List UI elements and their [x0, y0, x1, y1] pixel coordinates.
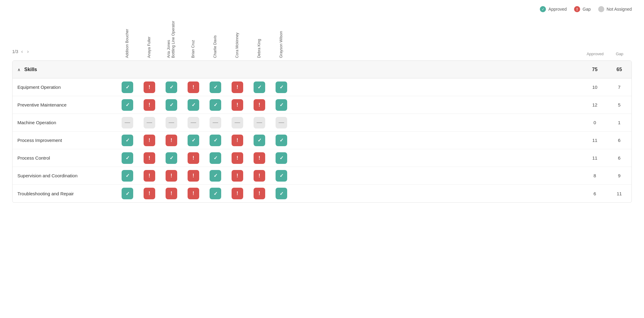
- row-badges-5: ✓!!!✓!!✓: [116, 170, 292, 182]
- badge-gap: !: [188, 81, 199, 93]
- legend-gap: ! Gap: [574, 6, 591, 12]
- badge-approved: ✓: [276, 135, 287, 146]
- badge-not-assigned: —: [144, 117, 155, 128]
- row-summary-3: 116: [583, 138, 631, 143]
- row-badges-0: ✓!✓!✓!✓✓: [116, 81, 292, 93]
- cell-5-1: !: [138, 170, 160, 182]
- badge-gap: !: [232, 135, 243, 146]
- cell-4-7: ✓: [270, 152, 292, 164]
- cell-0-3: !: [182, 81, 204, 93]
- row-summary-1: 125: [583, 102, 631, 107]
- badge-gap: !: [144, 152, 155, 164]
- cell-1-1: !: [138, 99, 160, 111]
- badge-approved: ✓: [210, 99, 221, 111]
- row-label-2: Machine Operation: [13, 120, 116, 125]
- cell-2-1: —: [138, 117, 160, 128]
- cell-1-5: !: [226, 99, 248, 111]
- cell-4-1: !: [138, 152, 160, 164]
- badge-gap: !: [166, 170, 177, 182]
- cell-1-7: ✓: [270, 99, 292, 111]
- row-gap-6: 11: [607, 191, 631, 196]
- row-gap-0: 7: [607, 85, 631, 90]
- cell-1-4: ✓: [204, 99, 226, 111]
- row-summary-0: 107: [583, 85, 631, 90]
- cell-4-4: ✓: [204, 152, 226, 164]
- badge-approved: ✓: [276, 81, 287, 93]
- badge-approved: ✓: [122, 135, 133, 146]
- col-header-3: Brian Cruz: [182, 18, 204, 58]
- cell-0-2: ✓: [160, 81, 182, 93]
- badge-gap: !: [188, 170, 199, 182]
- badge-gap: !: [144, 99, 155, 111]
- badge-approved: ✓: [276, 188, 287, 199]
- skills-table: ∧ Skills 75 65 Equipment Operation✓!✓!✓!…: [12, 60, 632, 203]
- row-label-1: Preventive Maintenance: [13, 102, 116, 107]
- badge-gap: !: [254, 152, 265, 164]
- not-assigned-icon: [598, 6, 604, 12]
- col-name-4: Charlie Davis: [213, 18, 218, 58]
- section-header-row: ∧ Skills 75 65: [13, 61, 631, 78]
- badge-approved: ✓: [122, 188, 133, 199]
- table-row: Machine Operation————————01: [13, 114, 631, 132]
- page-indicator: 1/3: [12, 49, 18, 54]
- section-approved-total: 75: [583, 67, 607, 72]
- col-name-7: Grayson Wilson: [279, 18, 284, 58]
- cell-3-6: ✓: [248, 135, 270, 146]
- col-header-5: Cora Mckinney: [226, 18, 248, 58]
- summary-headers: Approved Gap: [583, 52, 632, 58]
- cell-5-7: ✓: [270, 170, 292, 182]
- cell-3-5: !: [226, 135, 248, 146]
- badge-gap: !: [144, 170, 155, 182]
- cell-5-3: !: [182, 170, 204, 182]
- legend-gap-label: Gap: [583, 7, 591, 12]
- row-approved-5: 8: [583, 173, 607, 178]
- cell-2-7: —: [270, 117, 292, 128]
- badge-not-assigned: —: [276, 117, 287, 128]
- badge-gap: !: [144, 188, 155, 199]
- section-toggle-icon[interactable]: ∧: [17, 67, 20, 72]
- badge-approved: ✓: [166, 152, 177, 164]
- col-header-4: Charlie Davis: [204, 18, 226, 58]
- cell-3-2: !: [160, 135, 182, 146]
- badge-gap: !: [232, 170, 243, 182]
- legend: ✓ Approved ! Gap Not Assigned: [0, 0, 644, 15]
- badge-gap: !: [188, 188, 199, 199]
- col-name-2: Aria JonesBottling Line Operator: [166, 18, 176, 58]
- badge-approved: ✓: [210, 81, 221, 93]
- table-row: Process Control✓!✓!✓!!✓116: [13, 149, 631, 167]
- header-row: 1/3 ‹ › Addison BoucherAnaya FullerAria …: [12, 18, 632, 58]
- badge-approved: ✓: [122, 81, 133, 93]
- badge-gap: !: [232, 188, 243, 199]
- row-label-4: Process Control: [13, 155, 116, 161]
- badge-gap: !: [188, 152, 199, 164]
- row-summary-5: 89: [583, 173, 631, 178]
- badge-approved: ✓: [276, 170, 287, 182]
- row-gap-2: 1: [607, 120, 631, 125]
- cell-5-2: !: [160, 170, 182, 182]
- badge-approved: ✓: [210, 152, 221, 164]
- cell-3-4: ✓: [204, 135, 226, 146]
- cell-0-4: ✓: [204, 81, 226, 93]
- badge-approved: ✓: [188, 135, 199, 146]
- prev-page-button[interactable]: ‹: [20, 48, 24, 55]
- row-gap-4: 6: [607, 155, 631, 161]
- section-label-part: ∧ Skills: [13, 67, 583, 72]
- badge-not-assigned: —: [254, 117, 265, 128]
- badge-gap: !: [144, 135, 155, 146]
- next-page-button[interactable]: ›: [26, 48, 30, 55]
- cell-3-1: !: [138, 135, 160, 146]
- badge-approved: ✓: [254, 81, 265, 93]
- col-name-0: Addison Boucher: [125, 18, 130, 58]
- cell-4-2: ✓: [160, 152, 182, 164]
- row-gap-3: 6: [607, 138, 631, 143]
- cell-5-5: !: [226, 170, 248, 182]
- cell-0-5: !: [226, 81, 248, 93]
- col-name-3: Brian Cruz: [191, 18, 196, 58]
- badge-gap: !: [166, 135, 177, 146]
- gap-header: Gap: [607, 52, 632, 58]
- badge-not-assigned: —: [166, 117, 177, 128]
- cell-6-7: ✓: [270, 188, 292, 199]
- cell-0-7: ✓: [270, 81, 292, 93]
- row-badges-2: ————————: [116, 117, 292, 128]
- cell-0-1: !: [138, 81, 160, 93]
